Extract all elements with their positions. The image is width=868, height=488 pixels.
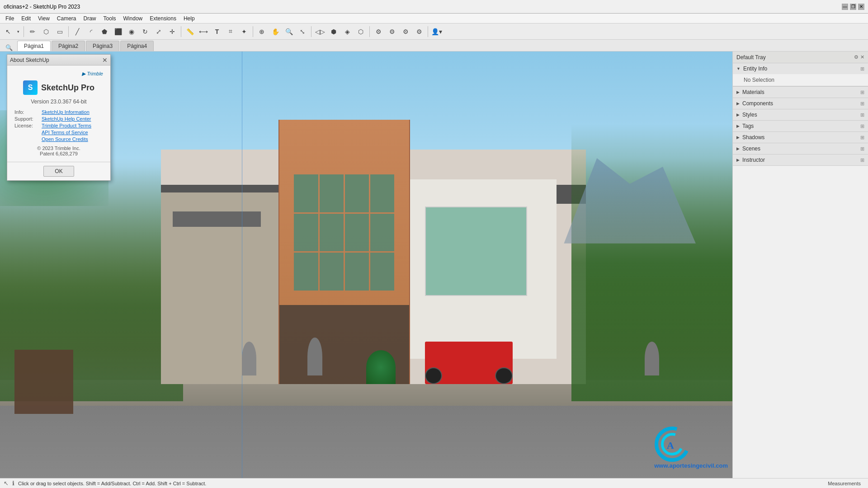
instructor-expand-icon[interactable]: ⊞ [860,157,864,163]
select-dropdown-button[interactable]: ▾ [15,25,21,38]
license-row: License: Trimble Product Terms [14,123,103,128]
info-link[interactable]: SketchUp Information [42,109,90,115]
license-link[interactable]: Trimble Product Terms [42,123,91,128]
menu-edit[interactable]: Edit [18,14,34,23]
materials-expand-icon[interactable]: ⊞ [860,89,864,95]
components-header[interactable]: ▶ Components ⊞ [733,98,868,109]
tab-page2[interactable]: Página2 [52,41,85,51]
rotate-button[interactable]: ↻ [139,25,151,38]
menu-file[interactable]: File [2,14,18,23]
instructor-arrow: ▶ [736,158,740,162]
push-pull-button[interactable]: ⬛ [112,25,124,38]
components-expand-icon[interactable]: ⊞ [860,101,864,107]
tab-page4[interactable]: Página4 [120,41,154,51]
user-account-button[interactable]: 👤▾ [430,25,443,38]
menu-draw[interactable]: Draw [80,14,100,23]
close-button[interactable]: ✕ [858,4,864,10]
sandbox-button[interactable]: ⬢ [327,25,340,38]
wheel-left [425,367,443,385]
menu-tools[interactable]: Tools [100,14,120,23]
car-top [434,342,495,365]
scale-button[interactable]: ⤢ [152,25,165,38]
pan-button[interactable]: ✋ [269,25,282,38]
watermark-url: www.aportesingecivil.com [654,462,728,469]
move-button[interactable]: ✛ [166,25,179,38]
about-dialog-close-button[interactable]: ✕ [102,56,108,64]
addon-btn1[interactable]: ⚙ [372,25,385,38]
about-dialog-titlebar: About SketchUp ✕ [7,55,110,66]
default-tray-header: Default Tray ⚙ ✕ [733,52,868,63]
menu-help[interactable]: Help [180,14,198,23]
window-pane [320,253,344,291]
tab-page1[interactable]: Página1 [17,41,51,51]
about-ok-button[interactable]: OK [43,166,74,177]
left-gray-building [161,192,278,385]
scenes-label: Scenes [742,145,760,152]
tags-header[interactable]: ▶ Tags ⊞ [733,121,868,131]
orbit-button[interactable]: ⊕ [255,25,268,38]
support-label: Support: [14,116,42,122]
axes-button[interactable]: ⌗ [224,25,237,38]
info-label: Info: [14,109,42,115]
sandbox3-button[interactable]: ⬡ [354,25,367,38]
wheel-right [495,367,513,385]
arc-tool-button[interactable]: ◜ [85,25,97,38]
tray-options-icon[interactable]: ⚙ [854,54,859,60]
addon-btn2[interactable]: ⚙ [386,25,398,38]
zoom-button[interactable]: 🔍 [283,25,295,38]
text-button[interactable]: T [211,25,223,38]
sandbox2-button[interactable]: ◈ [341,25,354,38]
paint-tool-button[interactable]: ⬡ [40,25,52,38]
about-dialog-body: ▶ Trimble S SketchUp Pro Version 23.0.36… [7,66,110,162]
shadows-expand-icon[interactable]: ⊞ [860,135,864,141]
right-building-section [410,179,557,358]
shape-tool-button[interactable]: ⬟ [98,25,111,38]
tab-page3[interactable]: Página3 [86,41,119,51]
menu-view[interactable]: View [34,14,53,23]
scenes-expand-icon[interactable]: ⊞ [860,146,864,152]
copyright-label: © 2023 Trimble Inc. [14,145,103,151]
menu-camera[interactable]: Camera [53,14,80,23]
addon-btn3[interactable]: ⚙ [399,25,412,38]
instructor-section: ▶ Instructor ⊞ [733,155,868,166]
tags-label: Tags [742,123,754,129]
materials-section: ▶ Materials ⊞ [733,87,868,98]
line-tool-button[interactable]: ╱ [71,25,84,38]
api-terms-link[interactable]: API Terms of Service [42,130,88,135]
toolbar-separator-2 [68,26,69,37]
main-toolbar: ↖ ▾ ✏ ⬡ ▭ ╱ ◜ ⬟ ⬛ ◉ ↻ ⤢ ✛ 📏 ⟷ T ⌗ ✦ ⊕ ✋ … [0,23,868,40]
follow-me-button[interactable]: ◉ [125,25,138,38]
rectangle-tool-button[interactable]: ▭ [53,25,66,38]
tags-expand-icon[interactable]: ⊞ [860,123,864,129]
dimension-button[interactable]: ⟷ [197,25,210,38]
entity-info-expand-icon[interactable]: ⊞ [860,66,864,72]
restore-button[interactable]: ❒ [850,4,856,10]
shadows-header[interactable]: ▶ Shadows ⊞ [733,132,868,143]
zoom-extents-button[interactable]: ⤡ [296,25,309,38]
window-title: oficinas+2 - SketchUp Pro 2023 [4,4,80,10]
menu-window[interactable]: Window [120,14,146,23]
styles-expand-icon[interactable]: ⊞ [860,112,864,118]
styles-header[interactable]: ▶ Styles ⊞ [733,109,868,120]
materials-header[interactable]: ▶ Materials ⊞ [733,87,868,98]
eraser-tool-button[interactable]: ✏ [26,25,39,38]
sketchup-logo-area: S SketchUp Pro [14,80,103,95]
prev-next-scenes-button[interactable]: ◁▷ [314,25,326,38]
menu-bar: File Edit View Camera Draw Tools Window … [0,14,868,23]
tape-measure-button[interactable]: 📏 [184,25,196,38]
minimize-button[interactable]: — [842,4,848,10]
styles-section: ▶ Styles ⊞ [733,109,868,121]
instructor-header[interactable]: ▶ Instructor ⊞ [733,155,868,165]
support-link[interactable]: SketchUp Help Center [42,116,91,122]
search-icon: 🔍 [5,44,13,51]
menu-extensions[interactable]: Extensions [146,14,180,23]
entity-info-header[interactable]: ▼ Entity Info ⊞ [733,63,868,74]
sketchup-icon: S [23,80,38,95]
opensource-link[interactable]: Open Source Credits [42,136,88,142]
section-plane-button[interactable]: ✦ [238,25,250,38]
toolbar-separator-3 [181,26,181,37]
scenes-header[interactable]: ▶ Scenes ⊞ [733,143,868,154]
addon-btn4[interactable]: ⚙ [413,25,425,38]
tray-close-icon[interactable]: ✕ [860,54,864,60]
select-tool-button[interactable]: ↖ [2,25,14,38]
